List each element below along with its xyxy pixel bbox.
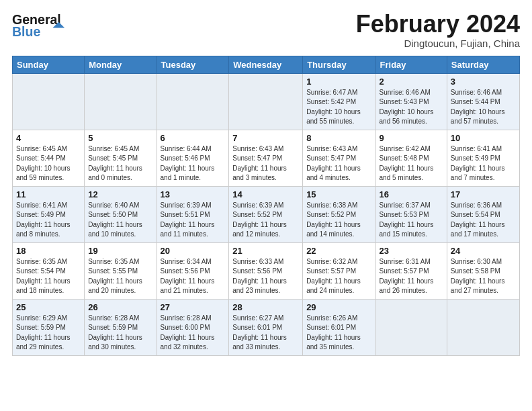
calendar-week-row: 4Sunrise: 6:45 AMSunset: 5:44 PMDaylight… bbox=[13, 130, 520, 186]
day-number: 19 bbox=[88, 246, 152, 256]
calendar-cell: 13Sunrise: 6:39 AMSunset: 5:51 PMDayligh… bbox=[157, 186, 229, 242]
weekday-header-tuesday: Tuesday bbox=[157, 56, 229, 73]
day-info: Sunrise: 6:28 AMSunset: 6:00 PMDaylight:… bbox=[161, 314, 226, 353]
day-number: 25 bbox=[16, 302, 81, 312]
calendar-cell: 10Sunrise: 6:41 AMSunset: 5:49 PMDayligh… bbox=[447, 130, 519, 186]
calendar-cell: 24Sunrise: 6:30 AMSunset: 5:58 PMDayligh… bbox=[447, 242, 519, 299]
calendar-cell bbox=[85, 73, 157, 130]
day-number: 3 bbox=[451, 77, 516, 87]
day-number: 4 bbox=[16, 133, 81, 143]
day-number: 23 bbox=[380, 246, 443, 256]
weekday-header-row: SundayMondayTuesdayWednesdayThursdayFrid… bbox=[13, 56, 520, 73]
calendar-cell: 27Sunrise: 6:28 AMSunset: 6:00 PMDayligh… bbox=[157, 299, 229, 355]
day-info: Sunrise: 6:37 AMSunset: 5:53 PMDaylight:… bbox=[380, 201, 443, 240]
calendar-cell: 16Sunrise: 6:37 AMSunset: 5:53 PMDayligh… bbox=[375, 186, 447, 242]
calendar-cell: 26Sunrise: 6:28 AMSunset: 5:59 PMDayligh… bbox=[85, 299, 157, 355]
calendar-cell: 7Sunrise: 6:43 AMSunset: 5:47 PMDaylight… bbox=[229, 130, 303, 186]
day-number: 1 bbox=[306, 77, 371, 87]
day-number: 8 bbox=[306, 133, 371, 143]
calendar-week-row: 25Sunrise: 6:29 AMSunset: 5:59 PMDayligh… bbox=[13, 299, 520, 355]
day-info: Sunrise: 6:39 AMSunset: 5:51 PMDaylight:… bbox=[161, 201, 226, 240]
month-title: February 2024 bbox=[356, 11, 520, 38]
day-info: Sunrise: 6:46 AMSunset: 5:43 PMDaylight:… bbox=[380, 88, 443, 127]
day-number: 26 bbox=[88, 302, 152, 312]
day-info: Sunrise: 6:47 AMSunset: 5:42 PMDaylight:… bbox=[306, 88, 371, 127]
calendar-cell: 20Sunrise: 6:34 AMSunset: 5:56 PMDayligh… bbox=[157, 242, 229, 299]
day-info: Sunrise: 6:29 AMSunset: 5:59 PMDaylight:… bbox=[16, 314, 81, 353]
day-info: Sunrise: 6:27 AMSunset: 6:01 PMDaylight:… bbox=[232, 314, 299, 353]
day-info: Sunrise: 6:36 AMSunset: 5:54 PMDaylight:… bbox=[451, 201, 516, 240]
day-number: 24 bbox=[451, 246, 516, 256]
day-number: 9 bbox=[380, 133, 443, 143]
day-info: Sunrise: 6:45 AMSunset: 5:44 PMDaylight:… bbox=[16, 144, 81, 183]
day-info: Sunrise: 6:39 AMSunset: 5:52 PMDaylight:… bbox=[232, 201, 299, 240]
day-info: Sunrise: 6:38 AMSunset: 5:52 PMDaylight:… bbox=[306, 201, 371, 240]
day-info: Sunrise: 6:30 AMSunset: 5:58 PMDaylight:… bbox=[451, 257, 516, 296]
day-info: Sunrise: 6:41 AMSunset: 5:49 PMDaylight:… bbox=[16, 201, 81, 240]
day-info: Sunrise: 6:34 AMSunset: 5:56 PMDaylight:… bbox=[161, 257, 226, 296]
day-number: 10 bbox=[451, 133, 516, 143]
day-number: 27 bbox=[161, 302, 226, 312]
day-number: 12 bbox=[88, 189, 152, 199]
weekday-header-monday: Monday bbox=[85, 56, 157, 73]
calendar-cell: 28Sunrise: 6:27 AMSunset: 6:01 PMDayligh… bbox=[229, 299, 303, 355]
day-number: 29 bbox=[306, 302, 371, 312]
day-info: Sunrise: 6:31 AMSunset: 5:57 PMDaylight:… bbox=[380, 257, 443, 296]
calendar-cell: 5Sunrise: 6:45 AMSunset: 5:45 PMDaylight… bbox=[85, 130, 157, 186]
day-number: 5 bbox=[88, 133, 152, 143]
calendar-cell: 11Sunrise: 6:41 AMSunset: 5:49 PMDayligh… bbox=[13, 186, 85, 242]
calendar-cell: 21Sunrise: 6:33 AMSunset: 5:56 PMDayligh… bbox=[229, 242, 303, 299]
calendar-cell: 9Sunrise: 6:42 AMSunset: 5:48 PMDaylight… bbox=[375, 130, 447, 186]
calendar-cell: 17Sunrise: 6:36 AMSunset: 5:54 PMDayligh… bbox=[447, 186, 519, 242]
page-header: General Blue February 2024 Dingtoucun, F… bbox=[12, 11, 520, 49]
calendar-cell: 4Sunrise: 6:45 AMSunset: 5:44 PMDaylight… bbox=[13, 130, 85, 186]
day-info: Sunrise: 6:41 AMSunset: 5:49 PMDaylight:… bbox=[451, 144, 516, 183]
day-number: 18 bbox=[16, 246, 81, 256]
day-number: 15 bbox=[306, 189, 371, 199]
day-info: Sunrise: 6:26 AMSunset: 6:01 PMDaylight:… bbox=[306, 314, 371, 353]
weekday-header-thursday: Thursday bbox=[303, 56, 375, 73]
calendar-cell: 22Sunrise: 6:32 AMSunset: 5:57 PMDayligh… bbox=[303, 242, 375, 299]
day-number: 7 bbox=[232, 133, 299, 143]
weekday-header-wednesday: Wednesday bbox=[229, 56, 303, 73]
calendar-cell: 14Sunrise: 6:39 AMSunset: 5:52 PMDayligh… bbox=[229, 186, 303, 242]
calendar-cell bbox=[375, 299, 447, 355]
day-info: Sunrise: 6:42 AMSunset: 5:48 PMDaylight:… bbox=[380, 144, 443, 183]
day-number: 22 bbox=[306, 246, 371, 256]
day-number: 21 bbox=[232, 246, 299, 256]
weekday-header-sunday: Sunday bbox=[13, 56, 85, 73]
calendar-cell: 25Sunrise: 6:29 AMSunset: 5:59 PMDayligh… bbox=[13, 299, 85, 355]
calendar-cell bbox=[447, 299, 519, 355]
calendar-cell: 19Sunrise: 6:35 AMSunset: 5:55 PMDayligh… bbox=[85, 242, 157, 299]
day-number: 16 bbox=[380, 189, 443, 199]
calendar-week-row: 1Sunrise: 6:47 AMSunset: 5:42 PMDaylight… bbox=[13, 73, 520, 130]
weekday-header-saturday: Saturday bbox=[447, 56, 519, 73]
day-info: Sunrise: 6:32 AMSunset: 5:57 PMDaylight:… bbox=[306, 257, 371, 296]
day-info: Sunrise: 6:35 AMSunset: 5:54 PMDaylight:… bbox=[16, 257, 81, 296]
day-info: Sunrise: 6:44 AMSunset: 5:46 PMDaylight:… bbox=[161, 144, 226, 183]
day-number: 2 bbox=[380, 77, 443, 87]
calendar-cell: 1Sunrise: 6:47 AMSunset: 5:42 PMDaylight… bbox=[303, 73, 375, 130]
svg-text:Blue: Blue bbox=[12, 24, 40, 39]
weekday-header-friday: Friday bbox=[375, 56, 447, 73]
logo: General Blue bbox=[12, 11, 66, 40]
calendar-cell: 3Sunrise: 6:46 AMSunset: 5:44 PMDaylight… bbox=[447, 73, 519, 130]
calendar-cell bbox=[229, 73, 303, 130]
calendar-cell bbox=[157, 73, 229, 130]
calendar-cell: 23Sunrise: 6:31 AMSunset: 5:57 PMDayligh… bbox=[375, 242, 447, 299]
day-number: 20 bbox=[161, 246, 226, 256]
header-right: February 2024 Dingtoucun, Fujian, China bbox=[356, 11, 520, 49]
calendar-cell: 6Sunrise: 6:44 AMSunset: 5:46 PMDaylight… bbox=[157, 130, 229, 186]
calendar-cell: 2Sunrise: 6:46 AMSunset: 5:43 PMDaylight… bbox=[375, 73, 447, 130]
day-info: Sunrise: 6:28 AMSunset: 5:59 PMDaylight:… bbox=[88, 314, 152, 353]
day-info: Sunrise: 6:35 AMSunset: 5:55 PMDaylight:… bbox=[88, 257, 152, 296]
day-number: 17 bbox=[451, 189, 516, 199]
day-info: Sunrise: 6:43 AMSunset: 5:47 PMDaylight:… bbox=[232, 144, 299, 183]
calendar-cell bbox=[13, 73, 85, 130]
calendar-week-row: 18Sunrise: 6:35 AMSunset: 5:54 PMDayligh… bbox=[13, 242, 520, 299]
calendar-cell: 29Sunrise: 6:26 AMSunset: 6:01 PMDayligh… bbox=[303, 299, 375, 355]
calendar-cell: 8Sunrise: 6:43 AMSunset: 5:47 PMDaylight… bbox=[303, 130, 375, 186]
location: Dingtoucun, Fujian, China bbox=[356, 38, 520, 49]
calendar-page: General Blue February 2024 Dingtoucun, F… bbox=[0, 0, 532, 411]
day-number: 28 bbox=[232, 302, 299, 312]
